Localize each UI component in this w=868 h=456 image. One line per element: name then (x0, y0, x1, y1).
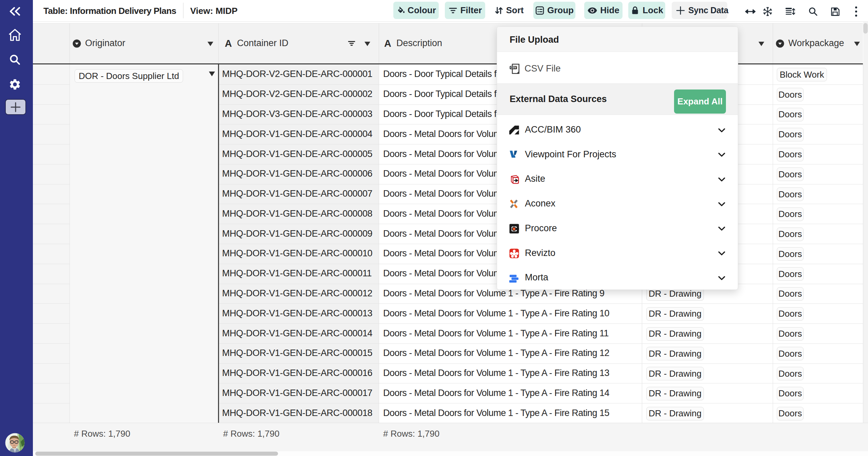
svg-text:CSV: CSV (510, 66, 516, 69)
